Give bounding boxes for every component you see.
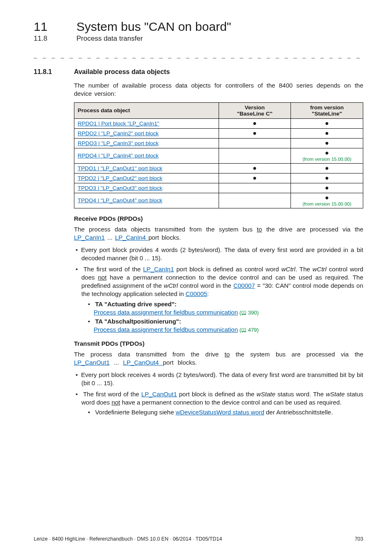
- list-item: The first word of the LP_CanOut1 port bl…: [74, 390, 363, 417]
- link-c00005[interactable]: C00005: [186, 290, 208, 297]
- table-header-object: Process data object: [74, 102, 219, 118]
- baseline-cell: ●: [219, 163, 291, 173]
- list-item: Every port block provides 4 words (2 byt…: [74, 246, 363, 263]
- table-header-baseline: Version"BaseLine C": [219, 102, 291, 118]
- stateline-cell: ●: [291, 128, 363, 138]
- chapter-title: System bus "CAN on board": [76, 20, 231, 34]
- table-row: RPDO1 | Port block "LP_CanIn1"●●: [74, 118, 363, 128]
- baseline-cell: [219, 183, 291, 193]
- table-row: TPDO4 | "LP_CanOut4" port block●(from ve…: [74, 193, 363, 208]
- baseline-cell: [219, 193, 291, 208]
- list-item: The first word of the LP_CanIn1 port blo…: [74, 265, 363, 334]
- pdo-link[interactable]: RPDO4 | "LP_CanIn4" port block: [78, 153, 159, 159]
- stateline-cell: ●: [291, 183, 363, 193]
- pdo-table: Process data object Version"BaseLine C" …: [74, 102, 363, 208]
- table-header-stateline: from version"StateLine": [291, 102, 363, 118]
- pdo-link[interactable]: RPDO2 | "LP_CanIn2" port block: [78, 130, 159, 136]
- chapter-number: 11: [34, 20, 62, 34]
- baseline-cell: [219, 138, 291, 148]
- baseline-cell: [219, 148, 291, 163]
- link-lp-canout4[interactable]: LP_CanOut4: [123, 359, 163, 366]
- link-lp-canin1-b[interactable]: LP_CanIn1: [143, 266, 174, 273]
- separator: _ _ _ _ _ _ _ _ _ _ _ _ _ _ _ _ _ _ _ _ …: [34, 53, 363, 59]
- stateline-cell: ●(from version 15.00.00): [291, 193, 363, 208]
- pdo-link[interactable]: TPDO1 | "LP_CanOut1" port block: [78, 165, 162, 171]
- stateline-cell: ●: [291, 173, 363, 183]
- intro-paragraph: The number of available process data obj…: [74, 81, 363, 98]
- footer-left: Lenze · 8400 HighLine · Referenzhandbuch…: [34, 536, 222, 542]
- pdo-link[interactable]: TPDO2 | "LP_CanOut2" port block: [78, 175, 162, 181]
- subchapter-number: 11.8: [34, 35, 62, 43]
- section-number: 11.8.1: [34, 68, 62, 76]
- link-pda-speed[interactable]: Process data assignment for fieldbus com…: [94, 309, 238, 316]
- pdo-link[interactable]: RPDO3 | "LP_CanIn3" port block: [78, 140, 159, 146]
- stateline-cell: ●(from version 15.00.00): [291, 148, 363, 163]
- link-lp-canin1[interactable]: LP_CanIn1: [74, 234, 105, 241]
- table-row: TPDO3 | "LP_CanOut3" port block●: [74, 183, 363, 193]
- table-row: RPDO3 | "LP_CanIn3" port block●: [74, 138, 363, 148]
- list-item: TA "Abschaltpositionierung": Process dat…: [87, 317, 363, 334]
- list-item: Vordefinierte Belegung siehe wDeviceStat…: [87, 408, 363, 416]
- link-pda-abschalt[interactable]: Process data assignment for fieldbus com…: [94, 326, 238, 333]
- tpdo-heading: Transmit PDOs (TPDOs): [74, 340, 363, 347]
- rpdo-heading: Receive PDOs (RPDOs): [74, 215, 363, 222]
- baseline-cell: ●: [219, 128, 291, 138]
- link-lp-canin4[interactable]: LP_CanIn4: [115, 234, 148, 241]
- table-row: RPDO4 | "LP_CanIn4" port block●(from ver…: [74, 148, 363, 163]
- pdo-link[interactable]: RPDO1 | Port block "LP_CanIn1": [78, 120, 159, 127]
- pdo-link[interactable]: TPDO3 | "LP_CanOut3" port block: [78, 185, 162, 191]
- link-lp-canout1[interactable]: LP_CanOut1: [74, 359, 110, 366]
- pdo-link[interactable]: TPDO4 | "LP_CanOut4" port block: [78, 197, 162, 204]
- link-lp-canout1-b[interactable]: LP_CanOut1: [141, 391, 177, 398]
- link-wdevicestatusword[interactable]: wDeviceStatusWord status word: [175, 409, 264, 416]
- list-item: TA "Actuating drive speed": Process data…: [87, 300, 363, 317]
- stateline-cell: ●: [291, 163, 363, 173]
- subchapter-title: Process data transfer: [76, 35, 143, 43]
- table-row: TPDO1 | "LP_CanOut1" port block●●: [74, 163, 363, 173]
- table-row: TPDO2 | "LP_CanOut2" port block●●: [74, 173, 363, 183]
- link-c00007[interactable]: C00007: [233, 282, 255, 289]
- table-row: RPDO2 | "LP_CanIn2" port block●●: [74, 128, 363, 138]
- baseline-cell: ●: [219, 118, 291, 128]
- stateline-cell: ●: [291, 118, 363, 128]
- tpdo-intro: The process data transmitted from the dr…: [74, 350, 363, 367]
- footer-page-number: 703: [355, 536, 363, 542]
- baseline-cell: ●: [219, 173, 291, 183]
- rpdo-intro: The process data objects transmitted fro…: [74, 225, 363, 242]
- section-title: Available process data objects: [74, 68, 170, 76]
- list-item: Every port block receives 4 words (2 byt…: [74, 371, 363, 388]
- stateline-cell: ●: [291, 138, 363, 148]
